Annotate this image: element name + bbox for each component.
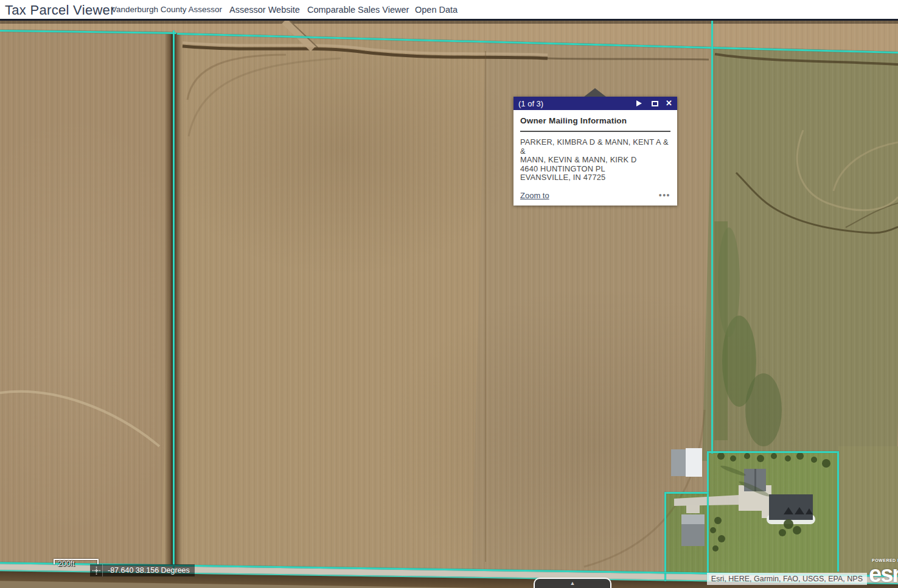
- popup-pager: (1 of 3): [518, 99, 636, 108]
- coordinates-readout: -87.640 38.156 Degrees: [103, 564, 195, 576]
- zoom-to-link[interactable]: Zoom to: [520, 191, 549, 200]
- parcel-line: [707, 451, 839, 453]
- field-west: [0, 29, 174, 588]
- popup-anchor-caret: [584, 88, 606, 97]
- chevron-up-icon: ▲: [570, 581, 576, 586]
- next-feature-icon[interactable]: [636, 100, 642, 106]
- nav-link-assessor-website[interactable]: Assessor Website: [229, 0, 300, 19]
- address-line: PARKER, KIMBRA D & MANN, KENT A & &: [520, 138, 670, 156]
- parcel-line: [173, 30, 175, 573]
- address-line: MANN, KEVIN & MANN, KIRK D: [520, 156, 670, 165]
- more-options-icon[interactable]: •••: [659, 192, 670, 198]
- esri-logo: esri: [869, 561, 898, 588]
- coordinates-widget: -87.640 38.156 Degrees: [90, 564, 195, 576]
- residential-lawn-small: [664, 493, 708, 581]
- parcel-line: [664, 492, 709, 494]
- popup-title: Owner Mailing Information: [520, 116, 670, 125]
- scalebar-label: 200ft: [58, 559, 75, 568]
- popup-separator: [520, 131, 670, 132]
- tree-line-strip: [0, 21, 898, 24]
- feature-popup: (1 of 3) ✕ Owner Mailing Information PAR…: [513, 97, 677, 206]
- map-canvas[interactable]: (1 of 3) ✕ Owner Mailing Information PAR…: [0, 21, 898, 588]
- maximize-icon[interactable]: [652, 101, 658, 106]
- close-icon[interactable]: ✕: [666, 97, 672, 110]
- popup-body: Owner Mailing Information PARKER, KIMBRA…: [513, 110, 677, 206]
- app-title: Tax Parcel Viewer: [5, 1, 115, 19]
- popup-titlebar[interactable]: (1 of 3) ✕: [513, 97, 677, 110]
- nav-link-open-data[interactable]: Open Data: [415, 0, 458, 19]
- nav-link-county-assessor[interactable]: Vanderburgh County Assessor: [111, 0, 222, 19]
- field-southeast-green: [838, 446, 898, 577]
- app-header: Tax Parcel Viewer Vanderburgh County Ass…: [0, 0, 898, 21]
- parcel-line: [707, 451, 709, 580]
- popup-footer: Zoom to •••: [520, 191, 670, 200]
- address-line: EVANSVILLE, IN 47725: [520, 173, 670, 182]
- owner-address: PARKER, KIMBRA D & MANN, KENT A & & MANN…: [520, 138, 670, 182]
- crosshair-button[interactable]: [90, 564, 103, 576]
- attribution-bar: Esri, HERE, Garmin, FAO, USGS, EPA, NPS: [707, 573, 867, 585]
- residential-lawn: [707, 451, 838, 573]
- field-east-green: [702, 47, 898, 466]
- nav-link-comparable-sales-viewer[interactable]: Comparable Sales Viewer: [307, 0, 409, 19]
- address-line: 4640 HUNTINGTON PL: [520, 165, 670, 174]
- crosshair-icon: [92, 567, 100, 575]
- parcel-line: [664, 492, 666, 581]
- parcel-line: [837, 451, 839, 572]
- attribute-panel-tab[interactable]: ▲: [534, 578, 611, 588]
- parcel-line: [711, 21, 713, 454]
